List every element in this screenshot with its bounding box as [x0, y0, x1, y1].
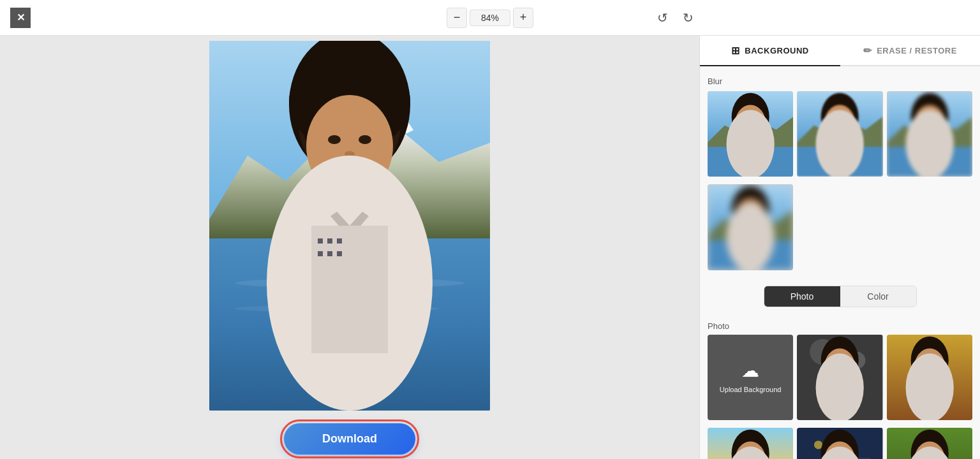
svg-rect-23	[327, 251, 332, 256]
bg-photo-4-svg	[797, 428, 882, 459]
canvas-image	[209, 41, 490, 411]
svg-rect-22	[318, 251, 323, 256]
download-button[interactable]: Download	[284, 423, 415, 455]
svg-point-36	[816, 110, 864, 177]
toolbar: ✕ − 84% + ↺ ↻	[0, 0, 980, 36]
close-button[interactable]: ✕	[10, 8, 31, 28]
zoom-in-button[interactable]: +	[513, 8, 533, 28]
blur-thumb-svg-3	[708, 184, 793, 270]
canvas-area: Download	[0, 36, 699, 459]
svg-rect-19	[318, 238, 323, 244]
blur-section-label: Blur	[708, 76, 972, 86]
blur-thumbnails-row2	[708, 184, 972, 270]
blur-thumbnails-row1	[708, 91, 972, 177]
upload-background-tile[interactable]: ☁ Upload Background	[708, 335, 793, 420]
redo-button[interactable]: ↻	[676, 6, 699, 29]
blur-thumb-1[interactable]	[797, 91, 882, 177]
svg-point-30	[727, 110, 775, 177]
bg-photo-3[interactable]	[708, 428, 793, 459]
bg-photo-1[interactable]	[797, 335, 882, 420]
toggle-photo-button[interactable]: Photo	[764, 286, 840, 307]
svg-point-12	[359, 135, 371, 144]
background-svg	[209, 41, 490, 411]
svg-point-11	[328, 135, 341, 144]
main-content: Download ⊞ BACKGROUND ✏ ERASE / RESTORE …	[0, 36, 980, 459]
blur-thumb-0[interactable]	[708, 91, 793, 177]
svg-point-55	[816, 353, 864, 420]
photo-color-toggle: Photo Color	[764, 286, 917, 307]
undo-button[interactable]: ↺	[651, 6, 674, 29]
panel-tabs: ⊞ BACKGROUND ✏ ERASE / RESTORE	[700, 36, 980, 66]
upload-background-label: Upload Background	[720, 385, 782, 394]
upload-icon: ☁	[741, 360, 759, 381]
blur-thumb-3[interactable]	[708, 184, 793, 270]
zoom-controls: − 84% +	[447, 8, 533, 28]
photo-row-1: ☁ Upload Background	[708, 335, 972, 420]
zoom-value: 84%	[470, 10, 510, 26]
svg-rect-24	[337, 251, 342, 256]
svg-point-42	[905, 110, 953, 177]
tab-background[interactable]: ⊞ BACKGROUND	[700, 36, 840, 66]
svg-rect-18	[311, 226, 388, 353]
layers-icon: ⊞	[731, 45, 740, 57]
photo-row-2	[708, 428, 972, 459]
bg-photo-2-svg	[887, 335, 972, 420]
svg-rect-20	[327, 238, 332, 244]
history-controls: ↺ ↻	[651, 6, 699, 29]
bg-photo-5-svg	[887, 428, 972, 459]
photo-color-toggle-wrapper: Photo Color	[708, 279, 972, 314]
panel-content: Blur	[700, 66, 980, 459]
svg-point-48	[727, 203, 775, 270]
image-wrapper: Download	[209, 41, 490, 455]
pencil-icon: ✏	[863, 45, 872, 57]
right-panel: ⊞ BACKGROUND ✏ ERASE / RESTORE Blur	[699, 36, 980, 459]
toggle-color-button[interactable]: Color	[840, 286, 916, 307]
blur-thumb-svg-1	[797, 91, 882, 177]
blur-thumb-2[interactable]	[887, 91, 972, 177]
zoom-out-button[interactable]: −	[447, 8, 467, 28]
bg-photo-2[interactable]	[887, 335, 972, 420]
bg-photo-5[interactable]	[887, 428, 972, 459]
blur-thumb-svg-2	[887, 91, 972, 177]
tab-erase-restore[interactable]: ✏ ERASE / RESTORE	[840, 36, 981, 66]
bg-photo-4[interactable]	[797, 428, 882, 459]
svg-point-69	[814, 441, 822, 449]
bg-photo-1-svg	[797, 335, 882, 420]
svg-point-59	[905, 353, 953, 420]
bg-photo-3-svg	[708, 428, 793, 459]
svg-rect-21	[337, 238, 342, 244]
blur-thumb-svg-0	[708, 91, 793, 177]
photo-section-label: Photo	[708, 321, 972, 331]
